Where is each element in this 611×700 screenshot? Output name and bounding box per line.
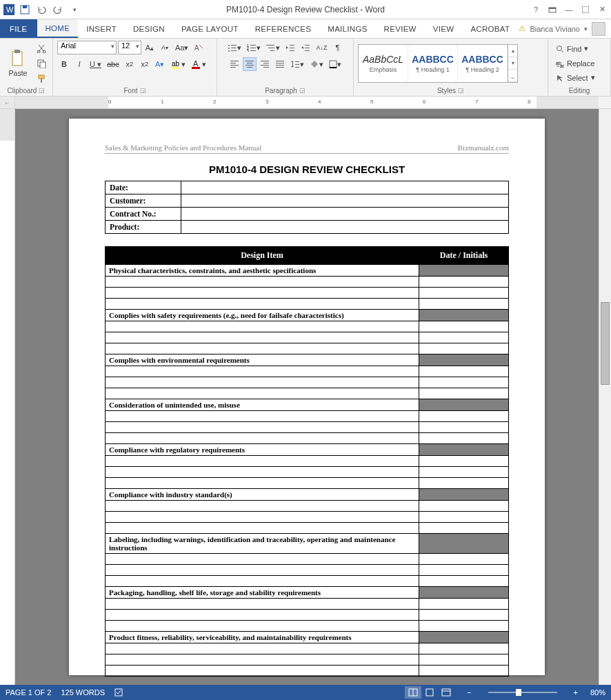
blank-date-cell[interactable] <box>419 433 509 444</box>
design-item[interactable]: Labeling, including warnings, identifica… <box>106 534 419 554</box>
blank-date-cell[interactable] <box>419 366 509 377</box>
date-initials-cell[interactable] <box>419 265 509 277</box>
blank-date-cell[interactable] <box>419 332 509 343</box>
blank-date-cell[interactable] <box>419 299 509 310</box>
blank-cell[interactable] <box>106 478 419 489</box>
design-item[interactable]: Complies with environmental requirements <box>106 354 419 366</box>
checklist-table[interactable]: Design ItemDate / Initials Physical char… <box>105 246 509 677</box>
blank-date-cell[interactable] <box>419 610 509 621</box>
tab-mailings[interactable]: MAILINGS <box>319 19 375 38</box>
blank-date-cell[interactable] <box>419 666 509 677</box>
style-heading1[interactable]: AABBCC¶ Heading 1 <box>408 45 458 82</box>
blank-date-cell[interactable] <box>419 565 509 576</box>
design-item[interactable]: Packaging, handling, shelf life, storage… <box>106 587 419 599</box>
blank-date-cell[interactable] <box>419 411 509 422</box>
tab-home[interactable]: HOME <box>37 19 79 38</box>
style-emphasis[interactable]: AaBbCcLEmphasis <box>359 45 408 82</box>
qat-customize-icon[interactable]: ▾ <box>68 3 81 16</box>
zoom-level[interactable]: 80% <box>590 688 605 697</box>
scrollbar-thumb[interactable] <box>601 302 610 385</box>
clear-format-button[interactable]: A <box>192 41 206 54</box>
blank-cell[interactable] <box>106 621 419 632</box>
minimize-button[interactable]: — <box>563 3 575 16</box>
date-initials-cell[interactable] <box>419 399 509 411</box>
tab-references[interactable]: REFERENCES <box>247 19 320 38</box>
blank-cell[interactable] <box>106 554 419 565</box>
design-item[interactable]: Consideration of unintended use, misuse <box>106 399 419 411</box>
italic-button[interactable]: I <box>72 57 86 71</box>
replace-button[interactable]: abacReplace <box>552 57 606 70</box>
date-initials-cell[interactable] <box>419 489 509 501</box>
spell-check-icon[interactable] <box>114 688 124 697</box>
blank-cell[interactable] <box>106 467 419 478</box>
blank-cell[interactable] <box>106 565 419 576</box>
info-product-value[interactable] <box>181 221 509 234</box>
user-area[interactable]: ⚠ Bianca Viviano ▾ <box>519 19 611 38</box>
borders-button[interactable]: ▾ <box>327 57 343 71</box>
info-date-value[interactable] <box>181 181 509 194</box>
subscript-button[interactable]: x2 <box>123 57 137 71</box>
blank-cell[interactable] <box>106 456 419 467</box>
blank-cell[interactable] <box>106 666 419 677</box>
strikethrough-button[interactable]: abc <box>105 57 121 71</box>
vertical-ruler[interactable] <box>0 109 15 685</box>
align-center-button[interactable] <box>243 57 257 71</box>
superscript-button[interactable]: x2 <box>138 57 152 71</box>
date-initials-cell[interactable] <box>419 632 509 643</box>
blank-date-cell[interactable] <box>419 467 509 478</box>
sort-button[interactable]: A↓Z <box>314 41 329 54</box>
blank-date-cell[interactable] <box>419 343 509 354</box>
font-launcher-icon[interactable]: ◲ <box>140 87 146 94</box>
blank-date-cell[interactable] <box>419 422 509 433</box>
close-button[interactable]: ✕ <box>596 3 608 16</box>
redo-button[interactable] <box>51 3 65 16</box>
avatar[interactable] <box>592 22 605 36</box>
copy-button[interactable] <box>34 57 48 70</box>
user-menu-icon[interactable]: ▾ <box>584 26 588 32</box>
paragraph-launcher-icon[interactable]: ◲ <box>299 87 306 94</box>
document-page[interactable]: Sales & Marketing Policies and Procedure… <box>69 119 545 675</box>
word-count[interactable]: 125 WORDS <box>61 688 105 697</box>
blank-date-cell[interactable] <box>419 478 509 489</box>
save-button[interactable] <box>18 3 32 16</box>
zoom-out-button[interactable]: − <box>464 688 474 697</box>
blank-date-cell[interactable] <box>419 321 509 332</box>
blank-cell[interactable] <box>106 321 419 332</box>
align-right-button[interactable] <box>258 57 272 71</box>
blank-cell[interactable] <box>106 576 419 587</box>
date-initials-cell[interactable] <box>419 444 509 456</box>
design-item[interactable]: Product fitness, reliability, serviceabi… <box>106 632 419 643</box>
blank-date-cell[interactable] <box>419 554 509 565</box>
blank-date-cell[interactable] <box>419 599 509 610</box>
blank-cell[interactable] <box>106 388 419 399</box>
date-initials-cell[interactable] <box>419 354 509 366</box>
blank-cell[interactable] <box>106 288 419 299</box>
tab-review[interactable]: REVIEW <box>376 19 425 38</box>
blank-cell[interactable] <box>106 422 419 433</box>
web-layout-button[interactable] <box>438 686 454 699</box>
date-initials-cell[interactable] <box>419 310 509 321</box>
align-left-button[interactable] <box>228 57 241 71</box>
blank-date-cell[interactable] <box>419 512 509 523</box>
shading-button[interactable]: ▾ <box>308 57 325 71</box>
multilevel-list-button[interactable]: ▾ <box>264 41 282 54</box>
blank-cell[interactable] <box>106 433 419 444</box>
styles-scroll[interactable]: ▴▾⎯ <box>508 45 517 82</box>
print-layout-button[interactable] <box>421 686 438 699</box>
ribbon-display-button[interactable] <box>546 3 559 16</box>
paste-button[interactable]: Paste <box>4 46 32 81</box>
read-mode-button[interactable] <box>405 686 421 699</box>
underline-button[interactable]: U ▾ <box>88 57 103 71</box>
page-indicator[interactable]: PAGE 1 OF 2 <box>6 688 51 697</box>
blank-cell[interactable] <box>106 299 419 310</box>
tab-design[interactable]: DESIGN <box>125 19 173 38</box>
line-spacing-button[interactable]: ▾ <box>288 57 306 71</box>
bullets-button[interactable]: ▾ <box>226 41 243 54</box>
numbering-button[interactable]: 123▾ <box>245 41 263 54</box>
blank-date-cell[interactable] <box>419 277 509 288</box>
vertical-scrollbar[interactable] <box>599 109 611 685</box>
blank-cell[interactable] <box>106 512 419 523</box>
date-initials-cell[interactable] <box>419 534 509 554</box>
blank-date-cell[interactable] <box>419 643 509 654</box>
page-scroll[interactable]: Sales & Marketing Policies and Procedure… <box>15 109 599 685</box>
